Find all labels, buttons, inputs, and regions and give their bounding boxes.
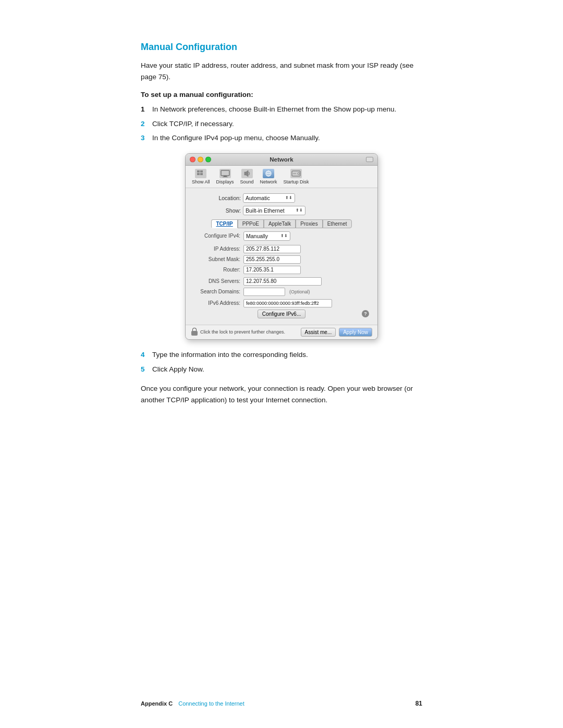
dns-servers-row: DNS Servers: 12.207.55.80 xyxy=(194,277,369,286)
toolbar-show-all-label: Show All xyxy=(192,179,210,184)
toolbar-displays[interactable]: Displays xyxy=(216,169,234,184)
toolbar-sound-label: Sound xyxy=(240,179,254,184)
tab-pppoe[interactable]: PPPoE xyxy=(238,219,264,228)
toolbar-show-all[interactable]: Show All xyxy=(192,169,210,184)
svg-point-13 xyxy=(298,172,300,175)
assist-me-button[interactable]: Assist me... xyxy=(301,328,336,337)
toolbar-network[interactable]: Network xyxy=(260,169,277,184)
help-button[interactable]: ? xyxy=(362,310,369,317)
lock-area: Click the lock to prevent further change… xyxy=(191,328,298,336)
show-row: Show: Built-in Ethernet ⬆⬇ xyxy=(194,206,369,215)
network-icon xyxy=(263,169,274,178)
tab-tcpip[interactable]: TCP/IP xyxy=(211,219,237,228)
svg-rect-3 xyxy=(200,173,203,175)
show-select[interactable]: Built-in Ethernet ⬆⬇ xyxy=(243,206,305,215)
page-container: Manual Configuration Have your static IP… xyxy=(0,0,563,728)
close-button[interactable] xyxy=(190,156,195,162)
tab-proxies[interactable]: Proxies xyxy=(296,219,322,228)
appendix-label: Appendix C xyxy=(141,700,173,707)
step-1-text: In Network preferences, choose Built-in … xyxy=(152,104,422,115)
step-4-text: Type the information into the correspond… xyxy=(152,349,422,361)
post-steps-list: 4 Type the information into the correspo… xyxy=(141,349,422,375)
tabs-row: TCP/IP PPPoE AppleTalk Proxies Ethernet xyxy=(194,219,369,228)
collapse-button[interactable] xyxy=(366,157,373,162)
step-5-number: 5 xyxy=(141,364,149,375)
dialog-title: Network xyxy=(270,156,293,163)
step-1: 1 In Network preferences, choose Built-i… xyxy=(141,104,422,115)
ipv6-address-label: IPv6 Address: xyxy=(194,300,243,306)
lock-body xyxy=(191,331,198,336)
location-row: Location: Automatic ⬆⬇ xyxy=(194,193,369,203)
show-control: Built-in Ethernet ⬆⬇ xyxy=(243,206,369,215)
ip-address-label: IP Address: xyxy=(194,246,243,252)
steps-list: 1 In Network preferences, choose Built-i… xyxy=(141,104,422,144)
dialog-toolbar: Show All Displays Sound Network xyxy=(186,166,377,188)
dialog-body: Location: Automatic ⬆⬇ Show: Built-in Et… xyxy=(186,188,377,325)
displays-icon xyxy=(219,169,231,178)
configure-ipv4-arrow: ⬆⬇ xyxy=(280,233,288,238)
svg-rect-2 xyxy=(197,173,200,175)
tab-appletalk[interactable]: AppleTalk xyxy=(264,219,296,228)
ipv6-address-row: IPv6 Address: fe80:0000:0000:0000:93ff:f… xyxy=(194,299,369,307)
svg-rect-5 xyxy=(224,176,227,177)
tab-ethernet[interactable]: Ethernet xyxy=(323,219,352,228)
closing-text: Once you configure your network, your co… xyxy=(141,383,422,405)
intro-text: Have your static IP address, router addr… xyxy=(141,60,422,82)
configure-ipv4-label: Configure IPv4: xyxy=(194,233,243,239)
router-label: Router: xyxy=(194,267,243,273)
ipv6-address-value: fe80:0000:0000:0000:93ff:fedb:2ff2 xyxy=(243,299,332,307)
startup-disk-icon xyxy=(290,169,302,178)
ip-address-row: IP Address: 205.27.85.112 xyxy=(194,245,369,253)
step-4: 4 Type the information into the correspo… xyxy=(141,349,422,361)
lock-icon[interactable] xyxy=(191,328,198,336)
svg-rect-4 xyxy=(221,170,229,176)
show-arrow: ⬆⬇ xyxy=(296,208,303,213)
router-value[interactable]: 17.205.35.1 xyxy=(243,266,301,274)
toolbar-displays-label: Displays xyxy=(216,179,234,184)
configure-ipv6-button[interactable]: Configure IPv6... xyxy=(258,310,305,318)
svg-marker-7 xyxy=(244,170,248,177)
step-2-number: 2 xyxy=(141,118,149,130)
location-control: Automatic ⬆⬇ xyxy=(243,193,369,203)
step-3-number: 3 xyxy=(141,132,149,144)
search-domains-input[interactable] xyxy=(243,288,285,296)
step-4-number: 4 xyxy=(141,349,149,361)
dns-servers-value[interactable]: 12.207.55.80 xyxy=(243,277,322,286)
step-3-text: In the Configure IPv4 pop-up menu, choos… xyxy=(152,132,422,144)
show-label: Show: xyxy=(194,207,241,214)
toolbar-network-label: Network xyxy=(260,179,277,184)
toolbar-startup-disk-label: Startup Disk xyxy=(284,179,309,184)
search-domains-row: Search Domains: (Optional) xyxy=(194,288,369,296)
titlebar-buttons xyxy=(190,156,211,162)
appendix-link: Connecting to the Internet xyxy=(178,700,244,707)
network-dialog: Network Show All Displays Sound xyxy=(185,153,378,340)
instruction-bold: To set up a manual configuration: xyxy=(141,91,422,98)
step-2-text: Click TCP/IP, if necessary. xyxy=(152,118,422,130)
footer-appendix: Appendix C Connecting to the Internet xyxy=(141,700,244,707)
ip-address-value[interactable]: 205.27.85.112 xyxy=(243,245,301,253)
svg-rect-0 xyxy=(197,170,200,172)
configure-ipv4-row: Configure IPv4: Manually ⬆⬇ xyxy=(194,231,369,241)
apply-now-button[interactable]: Apply Now xyxy=(339,328,372,337)
search-domains-label: Search Domains: xyxy=(194,289,243,294)
configure-ipv4-value: Manually xyxy=(246,233,268,239)
svg-rect-1 xyxy=(200,170,203,172)
section-title: Manual Configuration xyxy=(141,42,422,53)
location-select[interactable]: Automatic ⬆⬇ xyxy=(243,193,295,203)
minimize-button[interactable] xyxy=(198,156,203,162)
show-value: Built-in Ethernet xyxy=(246,207,285,214)
subnet-mask-value[interactable]: 255.255.255.0 xyxy=(243,255,301,264)
configure-ipv4-select[interactable]: Manually ⬆⬇ xyxy=(243,231,290,241)
location-label: Location: xyxy=(194,195,241,201)
maximize-button[interactable] xyxy=(205,156,211,162)
toolbar-startup-disk[interactable]: Startup Disk xyxy=(284,169,309,184)
step-2: 2 Click TCP/IP, if necessary. xyxy=(141,118,422,130)
optional-label: (Optional) xyxy=(289,289,310,294)
post-steps: 4 Type the information into the correspo… xyxy=(141,349,422,375)
show-all-icon xyxy=(195,169,206,178)
toolbar-sound[interactable]: Sound xyxy=(240,169,254,184)
configure-ipv6-row: Configure IPv6... ? xyxy=(194,310,369,318)
lock-text: Click the lock to prevent further change… xyxy=(200,329,285,335)
subnet-mask-label: Subnet Mask: xyxy=(194,256,243,262)
location-arrow: ⬆⬇ xyxy=(285,195,292,200)
